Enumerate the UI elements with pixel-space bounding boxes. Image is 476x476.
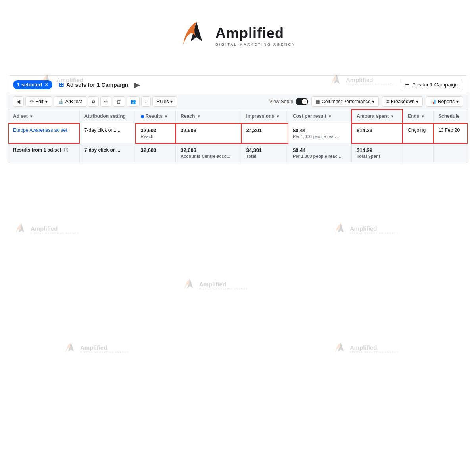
svg-marker-3: [338, 223, 344, 232]
watermark-3: Amplified DIGITAL MARKETING AGENCY: [14, 222, 79, 237]
attribution-value: 7-day click or 1...: [84, 127, 121, 133]
cell-results: 32,603 Reach: [136, 123, 176, 143]
ab-test-label: A/B test: [65, 99, 82, 104]
cell-schedule: 13 Feb 20: [434, 123, 468, 143]
summary-impressions: 34,301 Total: [241, 143, 288, 163]
info-icon: ⓘ: [64, 148, 68, 152]
col-header-reach: Reach ▾: [176, 109, 241, 123]
summary-cost-value: $0.44: [293, 147, 347, 153]
col-header-amount-spent: Amount spent ▾: [352, 109, 403, 123]
edit-button[interactable]: ✏ Edit ▾: [25, 96, 52, 107]
col-header-cost-per-result: Cost per result ▾: [288, 109, 352, 123]
columns-button[interactable]: ▦ Columns: Performance ▾: [311, 96, 379, 107]
delete-button[interactable]: 🗑: [113, 96, 125, 107]
rules-button[interactable]: Rules ▾: [152, 96, 177, 107]
view-setup: View Setup: [269, 98, 309, 105]
svg-marker-5: [68, 342, 74, 351]
col-header-ad-set: Ad set ▾: [8, 109, 79, 123]
watermark-4: Amplified DIGITAL MARKETING AGENCY: [333, 222, 399, 237]
duplicate-button[interactable]: ⧉: [88, 96, 99, 107]
results-value: 32,603: [141, 127, 171, 133]
cell-amount-spent: $14.29: [352, 123, 403, 143]
ab-test-button[interactable]: 🔬 A/B test: [54, 96, 86, 107]
summary-reach-value: 32,603: [180, 147, 236, 153]
summary-amount-value: $14.29: [357, 147, 398, 153]
columns-chevron-icon: ▾: [372, 99, 374, 104]
breakdown-icon: ≡: [386, 99, 389, 104]
summary-results: 32,603: [136, 143, 176, 163]
cost-sub: Per 1,000 people reac...: [293, 134, 347, 139]
calendar-icon: ☰: [405, 82, 410, 88]
reports-button[interactable]: 📊 Reports ▾: [426, 96, 463, 107]
cell-attribution: 7-day click or 1...: [79, 123, 136, 143]
cell-cost: $0.44 Per 1,000 people reac...: [288, 123, 352, 143]
summary-cost: $0.44 Per 1,000 people reac...: [288, 143, 352, 163]
summary-reach-sub: Accounts Centre acco...: [180, 154, 236, 159]
columns-label: Columns: Performance: [322, 99, 370, 104]
impressions-value: 34,301: [246, 127, 283, 133]
summary-attribution: 7-day click or ...: [79, 143, 136, 163]
svg-marker-6: [338, 342, 344, 351]
data-table: Ad set ▾ Attribution setting Results ▾ R…: [8, 109, 468, 163]
table-wrapper: 1 selected ✕ ⊞ Ad sets for 1 Campaign ▶ …: [8, 75, 468, 163]
logo-icon: [180, 20, 212, 52]
ab-icon: 🔬: [58, 99, 64, 104]
summary-schedule: [434, 143, 468, 163]
sort-icon: ▾: [30, 114, 32, 119]
summary-ad-set: Results from 1 ad set ⓘ: [8, 143, 79, 163]
logo-text: Amplified DIGITAL MARKETING AGENCY: [215, 25, 296, 46]
breakdown-chevron-icon: ▾: [416, 99, 418, 104]
schedule-value: 13 Feb 20: [438, 127, 460, 133]
summary-amount: $14.29 Total Spent: [352, 143, 403, 163]
ad-set-link[interactable]: Europe Awareness ad set: [13, 127, 67, 133]
view-setup-toggle[interactable]: [296, 98, 308, 105]
ad-sets-label: ⊞ Ad sets for 1 Campaign: [59, 81, 128, 88]
ads-campaign-button[interactable]: ☰ Ads for 1 Campaign: [400, 79, 463, 90]
cell-ad-set: Europe Awareness ad set: [8, 123, 79, 143]
summary-cost-sub: Per 1,000 people reac...: [293, 154, 347, 159]
reports-icon: 📊: [430, 99, 436, 104]
breakdown-label: Breakdown: [391, 99, 415, 104]
share-button[interactable]: ⤴: [141, 96, 151, 107]
edit-chevron-icon: ▾: [45, 99, 48, 104]
col-header-results: Results ▾: [136, 109, 176, 123]
summary-impressions-value: 34,301: [246, 147, 283, 153]
cost-value: $0.44: [293, 127, 347, 133]
grid-icon: ⊞: [59, 81, 64, 88]
top-bar: 1 selected ✕ ⊞ Ad sets for 1 Campaign ▶ …: [8, 76, 468, 94]
nav-back-button[interactable]: ◀: [13, 96, 24, 107]
summary-impressions-sub: Total: [246, 154, 283, 159]
rules-chevron-icon: ▾: [170, 99, 173, 104]
amount-value: $14.29: [357, 127, 398, 133]
svg-marker-4: [187, 278, 193, 288]
play-button[interactable]: ▶: [134, 81, 140, 89]
table-row: Europe Awareness ad set 7-day click or 1…: [8, 123, 468, 143]
summary-reach: 32,603 Accounts Centre acco...: [176, 143, 241, 163]
cell-impressions: 34,301: [241, 123, 288, 143]
undo-button[interactable]: ↩: [100, 96, 111, 107]
toolbar-right: View Setup ▦ Columns: Performance ▾ ≡ Br…: [269, 96, 463, 107]
ends-value: Ongoing: [408, 127, 426, 133]
svg-marker-2: [19, 223, 24, 232]
watermark-5: Amplified DIGITAL MARKETING AGENCY: [182, 278, 248, 293]
ad-sets-text: Ad sets for 1 Campaign: [66, 82, 128, 88]
breakdown-button[interactable]: ≡ Breakdown ▾: [382, 96, 423, 107]
watermark-7: Amplified DIGITAL MARKETING AGENCY: [333, 341, 399, 356]
logo-container: Amplified DIGITAL MARKETING AGENCY: [180, 20, 296, 52]
columns-icon: ▦: [316, 99, 320, 104]
selected-badge[interactable]: 1 selected ✕: [13, 80, 52, 89]
view-setup-label: View Setup: [269, 99, 294, 104]
logo-area: Amplified DIGITAL MARKETING AGENCY: [0, 0, 476, 63]
close-icon[interactable]: ✕: [44, 82, 48, 88]
col-header-ends: Ends ▾: [403, 109, 433, 123]
edit-label: Edit: [35, 99, 44, 104]
table-header-row: Ad set ▾ Attribution setting Results ▾ R…: [8, 109, 468, 123]
brand-sub: DIGITAL MARKETING AGENCY: [215, 42, 296, 46]
toolbar: ◀ ✏ Edit ▾ 🔬 A/B test ⧉ ↩ 🗑 👥 ⤴ Rules ▾ …: [8, 94, 468, 109]
people-button[interactable]: 👥: [127, 96, 140, 107]
col-header-schedule: Schedule: [434, 109, 468, 123]
ads-campaign-label: Ads for 1 Campaign: [412, 82, 458, 88]
col-header-impressions: Impressions ▾: [241, 109, 288, 123]
selected-count: 1 selected: [17, 82, 42, 88]
rules-label: Rules: [157, 99, 169, 104]
